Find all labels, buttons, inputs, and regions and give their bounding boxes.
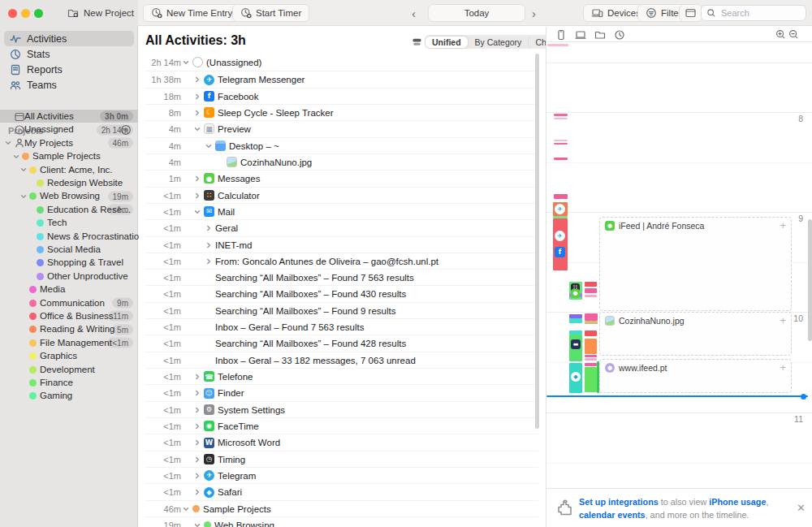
timeline-activity-block[interactable]: [554, 194, 568, 199]
activity-row[interactable]: 4m▦Preview: [145, 120, 538, 136]
next-day-button[interactable]: ›: [526, 4, 542, 22]
previous-day-button[interactable]: ‹: [406, 4, 421, 22]
chevron-right-icon[interactable]: [194, 76, 201, 83]
project-row-reading-writing[interactable]: Reading & Writing5m: [0, 322, 138, 335]
project-row-development[interactable]: Development: [0, 363, 138, 376]
activity-row[interactable]: <1m✉Mail: [145, 203, 538, 219]
activity-row[interactable]: <1mInbox – Geral – 33 182 messages, 7 06…: [145, 352, 538, 368]
project-row-sample-projects[interactable]: Sample Projects: [0, 149, 138, 162]
window-close-button[interactable]: [8, 9, 17, 18]
activity-row[interactable]: <1m◆Safari: [145, 483, 538, 499]
timeline-card[interactable]: ●iFeed | André Fonseca+: [599, 217, 792, 311]
project-row-education-rese[interactable]: Education & Rese…<1m: [0, 203, 138, 216]
chevron-right-icon[interactable]: [194, 489, 201, 495]
timeline-activity-block[interactable]: [569, 318, 582, 324]
new-time-entry-button[interactable]: New Time Entry: [143, 4, 240, 22]
chevron-right-icon[interactable]: [194, 390, 201, 396]
activity-row[interactable]: 46mSample Projects: [145, 500, 538, 516]
activity-row[interactable]: <1mSearching “All Mailboxes” – Found 9 r…: [145, 302, 538, 318]
mac-icon[interactable]: [575, 29, 586, 41]
chevron-right-icon[interactable]: [205, 258, 212, 265]
activity-row[interactable]: <1mInbox – Geral – Found 7 563 results: [145, 318, 538, 335]
activity-row[interactable]: <1mGeral: [145, 219, 538, 235]
activity-row[interactable]: <1m⚙System Settings: [145, 401, 538, 417]
iphone-icon[interactable]: [555, 29, 567, 41]
project-row-gaming[interactable]: Gaming: [0, 389, 138, 402]
activity-row[interactable]: 18mfFacebook: [145, 88, 538, 104]
chevron-down-icon[interactable]: [194, 126, 201, 132]
chevron-down-icon[interactable]: [13, 153, 19, 160]
search-field[interactable]: [701, 5, 806, 21]
timeline-activity-block[interactable]: [554, 143, 568, 145]
chevron-right-icon[interactable]: [194, 374, 201, 380]
chevron-down-icon[interactable]: [20, 166, 27, 173]
activity-row[interactable]: <1m✈Telegram: [145, 467, 538, 483]
activity-row[interactable]: 1h 38m✈Telegram Messenger: [145, 71, 538, 87]
project-row-client-acme-inc[interactable]: Client: Acme, Inc.: [0, 163, 138, 176]
timeline-card[interactable]: CozinhaNuno.jpg+: [599, 312, 792, 356]
activity-row[interactable]: 4mDesktop – ~: [145, 137, 538, 153]
zoom-in-icon[interactable]: [775, 29, 786, 40]
project-row-finance[interactable]: Finance: [0, 376, 138, 389]
timeline-activity-block[interactable]: [585, 339, 597, 354]
today-button[interactable]: Today: [428, 4, 525, 22]
timeline-activity-block[interactable]: [585, 321, 598, 324]
timeline-activity-block[interactable]: [585, 358, 597, 361]
activity-row[interactable]: 8m☾Sleep Cycle - Sleep Tracker: [145, 104, 538, 120]
project-row-other-unproductive[interactable]: Other Unproductive: [0, 270, 138, 283]
banner-link[interactable]: calendar events: [579, 510, 646, 520]
start-timer-button[interactable]: Start Timer: [232, 4, 309, 22]
timeline-activity-block[interactable]: [547, 44, 568, 46]
project-row-graphics[interactable]: Graphics: [0, 349, 138, 362]
project-row-media[interactable]: Media: [0, 283, 138, 296]
project-row-shopping-travel[interactable]: Shopping & Travel: [0, 256, 138, 269]
chevron-right-icon[interactable]: [194, 456, 201, 463]
chevron-down-icon[interactable]: [194, 522, 201, 527]
tab-by-category[interactable]: By Category: [468, 37, 529, 48]
timeline-activity-block[interactable]: [585, 330, 597, 336]
activity-row[interactable]: <1m☺Finder: [145, 384, 538, 400]
project-row-social-media[interactable]: Social Media: [0, 243, 138, 256]
sidebar-item-stats[interactable]: Stats: [4, 46, 134, 62]
chevron-right-icon[interactable]: [205, 225, 212, 231]
activity-row[interactable]: <1m◉FaceTime: [145, 417, 538, 434]
chevron-down-icon[interactable]: [183, 59, 189, 66]
banner-close-icon[interactable]: ✕: [797, 502, 806, 514]
sidebar-item-reports[interactable]: Reports: [4, 62, 134, 77]
timeline-activity-block[interactable]: [569, 314, 582, 318]
sidebar-item-teams[interactable]: Teams: [4, 77, 134, 93]
timeline-card[interactable]: ●www.ifeed.pt+: [599, 359, 792, 393]
timeline-activity-block[interactable]: [569, 330, 582, 335]
project-row-my-projects[interactable]: My Projects46m: [0, 136, 138, 149]
project-row-all-activities[interactable]: All Activities3h 0m: [0, 110, 138, 123]
add-time-entry-icon[interactable]: +: [780, 219, 786, 231]
activity-row[interactable]: <1mINET-md: [145, 236, 538, 253]
timeline-activity-block[interactable]: [585, 363, 597, 366]
timeline-scrollbar[interactable]: [808, 219, 812, 341]
activity-row[interactable]: <1mSearching “All Mailboxes” – Found 7 5…: [145, 269, 538, 285]
new-project-button[interactable]: New Project: [58, 4, 142, 22]
window-zoom-button[interactable]: [34, 9, 43, 18]
timeline-activity-block[interactable]: [585, 295, 597, 298]
activity-row[interactable]: <1m∷Calculator: [145, 187, 538, 203]
banner-link[interactable]: Set up integrations: [579, 497, 659, 507]
timeline-activity-block[interactable]: [554, 140, 568, 141]
search-input[interactable]: [719, 7, 801, 19]
chevron-down-icon[interactable]: [20, 193, 27, 200]
chevron-down-icon[interactable]: [205, 143, 212, 149]
sidebar-item-activities[interactable]: Activities: [4, 31, 134, 46]
clock-icon[interactable]: [614, 29, 625, 41]
activity-row[interactable]: 1m●Messages: [145, 170, 538, 186]
chevron-right-icon[interactable]: [194, 473, 201, 479]
chevron-right-icon[interactable]: [194, 110, 201, 116]
project-row-web-browsing[interactable]: Web Browsing19m: [0, 189, 138, 202]
project-row-redesign-website[interactable]: Redesign Website: [0, 176, 138, 189]
chevron-down-icon[interactable]: [194, 209, 201, 215]
activity-row[interactable]: 4mCozinhaNuno.jpg: [145, 153, 538, 170]
tab-unified[interactable]: Unified: [425, 37, 468, 48]
banner-link[interactable]: iPhone usage: [709, 497, 766, 507]
chevron-right-icon[interactable]: [194, 423, 201, 430]
project-row-communication[interactable]: Communication9m: [0, 296, 138, 309]
zoom-out-icon[interactable]: [788, 29, 799, 40]
project-row-office-business[interactable]: Office & Business11m: [0, 309, 138, 322]
